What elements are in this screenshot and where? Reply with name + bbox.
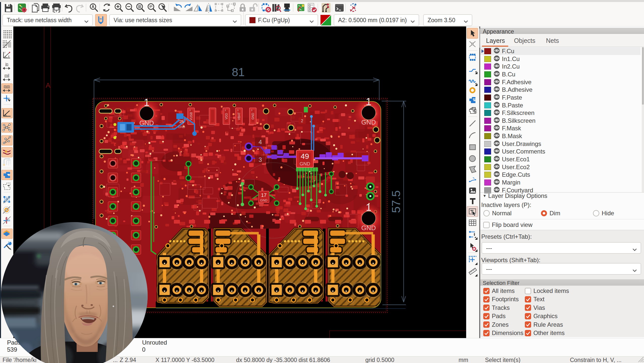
svg-text:GND: GND [178, 125, 185, 129]
svg-text:57.5: 57.5 [390, 190, 403, 213]
svg-text:VUSB: VUSB [189, 112, 193, 120]
svg-text:VBAT: VBAT [237, 112, 241, 120]
svg-text:17: 17 [261, 192, 267, 198]
svg-text:GND: GND [361, 224, 376, 232]
svg-text:GND: GND [361, 118, 376, 126]
svg-text:mil: mil [4, 73, 9, 77]
svg-text:in: in [5, 62, 8, 66]
svg-text:1: 1 [366, 202, 371, 213]
svg-text:1: 1 [237, 109, 239, 111]
svg-text:A: A [46, 81, 50, 89]
svg-text:θ: θ [8, 55, 9, 58]
svg-text:1: 1 [189, 109, 191, 111]
svg-text:3: 3 [259, 156, 262, 163]
svg-text:49: 49 [301, 152, 309, 160]
svg-text:25: 25 [179, 119, 184, 124]
svg-text:mm: mm [4, 84, 10, 88]
svg-text:GND: GND [260, 198, 268, 202]
svg-text:GND: GND [300, 161, 310, 166]
svg-text:r: r [5, 51, 6, 54]
svg-text:GND: GND [251, 113, 255, 119]
svg-text:VDD: VDD [225, 113, 228, 119]
svg-text:4: 4 [259, 139, 262, 145]
svg-text:2: 2 [301, 119, 303, 123]
svg-text:1: 1 [225, 109, 226, 111]
svg-text:GND: GND [139, 119, 154, 127]
svg-text:1: 1 [144, 97, 149, 108]
svg-text:1: 1 [251, 109, 252, 111]
svg-text:81: 81 [232, 66, 245, 79]
